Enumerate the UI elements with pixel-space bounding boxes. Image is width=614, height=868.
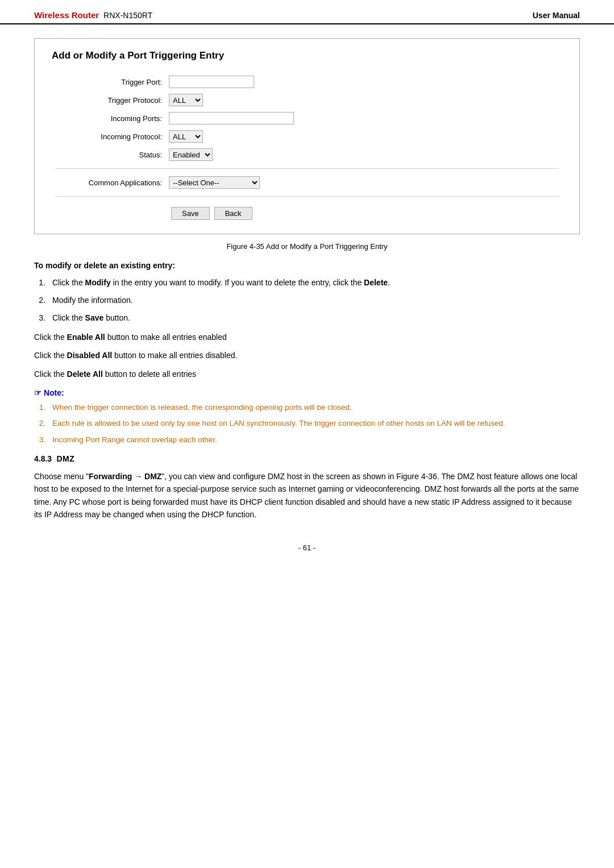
step-2-num: 2. [34,294,45,306]
content-area: Add or Modify a Port Triggering Entry Tr… [0,38,614,521]
note-1-num: 1. [34,402,45,413]
subsection-name: DMZ [56,454,74,463]
step-1-content: Click the Modify in the entry you want t… [52,277,580,289]
button-row: Save Back [52,207,562,220]
separator-row [52,164,562,173]
header-left: Wireless Router RNX-N150RT [34,10,152,20]
page-number: - 61 - [298,543,316,552]
manual-label: User Manual [533,11,580,20]
note-1-content: When the trigger connection is released,… [52,402,580,413]
trigger-protocol-select[interactable]: ALL TCP UDP [169,94,203,106]
step-1-bold2: Delete [364,278,388,287]
disabled-all-bold: Disabled All [67,351,113,360]
trigger-port-label: Trigger Port: [52,73,165,91]
incoming-protocol-select[interactable]: ALL TCP UDP [169,130,203,143]
para-enable-all: Click the Enable All button to make all … [34,331,580,343]
page-footer: - 61 - [0,543,614,552]
subsection-num: 4.8.3 [34,454,52,463]
trigger-protocol-label: Trigger Protocol: [52,91,165,109]
page-header: Wireless Router RNX-N150RT User Manual [0,0,614,24]
trigger-port-field [165,73,562,91]
dmz-bold-forwarding: Forwarding → DMZ [89,472,161,481]
note-3-content: Incoming Port Range cannot overlap each … [52,434,580,446]
step-1-num: 1. [34,277,45,289]
incoming-protocol-field: ALL TCP UDP [165,127,562,146]
note-3-num: 3. [34,434,45,446]
status-row: Status: Enabled Disabled [52,146,562,164]
modify-heading: To modify or delete an existing entry: [34,261,580,270]
para-delete-all: Click the Delete All button to delete al… [34,368,580,380]
common-apps-label: Common Applications: [52,173,165,192]
incoming-ports-field [165,109,562,127]
delete-all-bold: Delete All [67,369,103,379]
dmz-paragraph: Choose menu "Forwarding → DMZ", you can … [34,470,580,521]
save-button[interactable]: Save [171,207,210,220]
note-icon: ☞ [34,388,42,397]
incoming-protocol-label: Incoming Protocol: [52,127,165,146]
step-3-content: Click the Save button. [52,312,580,324]
figure-caption: Figure 4-35 Add or Modify a Port Trigger… [34,242,580,251]
step-1-bold1: Modify [85,278,111,287]
note-text: Note: [44,388,64,397]
figure-box: Add or Modify a Port Triggering Entry Tr… [34,38,580,234]
step-3-num: 3. [34,312,45,324]
step-3-bold: Save [85,313,104,322]
note-item-3: 3. Incoming Port Range cannot overlap ea… [34,434,580,446]
figure-box-title: Add or Modify a Port Triggering Entry [52,50,562,61]
enable-all-bold: Enable All [67,333,105,342]
common-apps-select[interactable]: --Select One-- [169,176,260,189]
status-select[interactable]: Enabled Disabled [169,148,213,161]
incoming-ports-input[interactable] [169,112,294,124]
note-label: ☞ Note: [34,388,580,397]
step-3: 3. Click the Save button. [34,312,580,324]
common-apps-field: --Select One-- [165,173,562,192]
incoming-protocol-row: Incoming Protocol: ALL TCP UDP [52,127,562,146]
incoming-ports-label: Incoming Ports: [52,109,165,127]
note-item-2: 2. Each rule is allowed to be used only … [34,418,580,429]
note-2-content: Each rule is allowed to be used only by … [52,418,580,429]
trigger-port-input[interactable] [169,76,254,88]
step-2-content: Modify the information. [52,294,580,306]
trigger-protocol-field: ALL TCP UDP [165,91,562,109]
step-1: 1. Click the Modify in the entry you wan… [34,277,580,289]
status-label: Status: [52,146,165,164]
brand-name: Wireless Router [34,10,99,20]
form-table: Trigger Port: Trigger Protocol: ALL TCP … [52,73,562,201]
back-button[interactable]: Back [214,207,252,220]
note-2-num: 2. [34,418,45,429]
status-field: Enabled Disabled [165,146,562,164]
trigger-port-row: Trigger Port: [52,73,562,91]
step-2: 2. Modify the information. [34,294,580,306]
trigger-protocol-row: Trigger Protocol: ALL TCP UDP [52,91,562,109]
note-list: 1. When the trigger connection is releas… [34,402,580,446]
modify-steps-list: 1. Click the Modify in the entry you wan… [34,277,580,324]
separator-row-2 [52,192,562,201]
common-apps-row: Common Applications: --Select One-- [52,173,562,192]
subsection-heading: 4.8.3 DMZ [34,454,580,463]
note-section: ☞ Note: 1. When the trigger connection i… [34,388,580,446]
model-name: RNX-N150RT [103,11,152,20]
note-item-1: 1. When the trigger connection is releas… [34,402,580,413]
incoming-ports-row: Incoming Ports: [52,109,562,127]
para-disabled-all: Click the Disabled All button to make al… [34,349,580,362]
